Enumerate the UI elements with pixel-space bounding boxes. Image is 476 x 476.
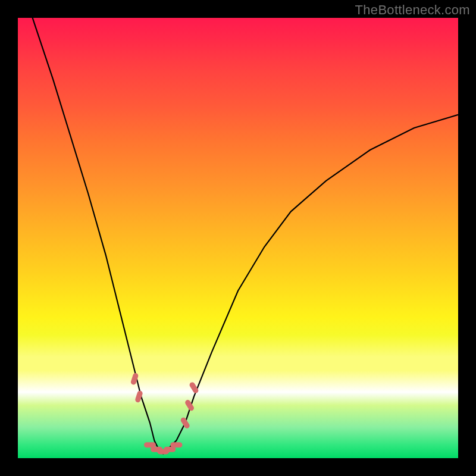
plot-area bbox=[18, 18, 458, 458]
curve-markers bbox=[133, 376, 196, 452]
marker-point bbox=[138, 393, 140, 399]
curve-layer bbox=[18, 18, 458, 458]
watermark-text: TheBottleneck.com bbox=[355, 2, 470, 18]
bottleneck-curve bbox=[18, 18, 458, 454]
marker-point bbox=[133, 376, 135, 382]
marker-point bbox=[183, 420, 187, 425]
marker-point bbox=[188, 403, 192, 408]
chart-frame: TheBottleneck.com bbox=[0, 0, 476, 476]
marker-point bbox=[192, 385, 196, 390]
